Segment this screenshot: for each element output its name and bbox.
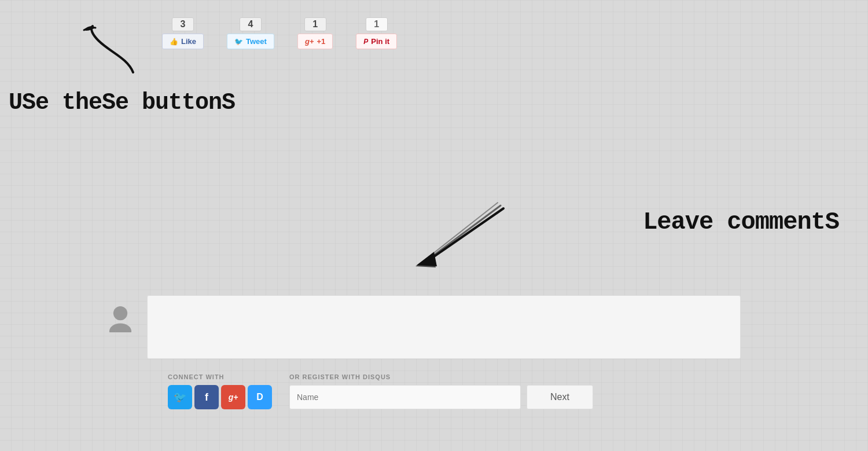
pinterest-widget: 1 P Pin it — [356, 17, 397, 49]
connect-icons-row: 🐦 f g+ D — [168, 385, 272, 409]
user-avatar — [104, 301, 137, 333]
svg-line-0 — [428, 208, 503, 261]
pinterest-button[interactable]: P Pin it — [356, 34, 397, 49]
connect-register-area: CONNECT WITH 🐦 f g+ D OR REGISTER WITH D… — [168, 373, 804, 409]
googleplus-icon: g+ — [305, 37, 314, 46]
facebook-connect-icon: f — [205, 391, 208, 404]
googleplus-button[interactable]: g+ +1 — [297, 34, 333, 49]
connect-google-button[interactable]: g+ — [221, 385, 245, 409]
connect-with-section: CONNECT WITH 🐦 f g+ D — [168, 373, 272, 409]
register-label: OR REGISTER WITH DISQUS — [289, 373, 593, 380]
svg-line-1 — [428, 206, 501, 259]
social-buttons-area: 3 👍 Like 4 🐦 Tweet 1 g+ +1 1 P Pin it — [162, 17, 397, 49]
googleplus-count: 1 — [304, 17, 326, 31]
svg-marker-4 — [415, 253, 436, 267]
twitter-connect-icon: 🐦 — [174, 391, 186, 404]
facebook-like-label: Like — [181, 37, 196, 46]
googleplus-widget: 1 g+ +1 — [297, 17, 333, 49]
next-button[interactable]: Next — [527, 385, 593, 409]
disqus-connect-icon: D — [256, 392, 263, 402]
register-section: OR REGISTER WITH DISQUS Next — [289, 373, 593, 409]
google-connect-icon: g+ — [229, 393, 238, 402]
connect-twitter-button[interactable]: 🐦 — [168, 385, 192, 409]
svg-point-5 — [113, 306, 127, 320]
googleplus-label: +1 — [317, 37, 325, 46]
leave-comments-arrow — [399, 197, 515, 274]
facebook-like-button[interactable]: 👍 Like — [162, 34, 204, 49]
pinterest-icon: P — [363, 38, 368, 46]
twitter-tweet-button[interactable]: 🐦 Tweet — [227, 34, 274, 49]
leave-comments-annotation: Leave commentS — [643, 208, 839, 236]
pinterest-label: Pin it — [371, 37, 389, 46]
facebook-count: 3 — [172, 17, 194, 31]
svg-point-6 — [109, 323, 131, 332]
twitter-widget: 4 🐦 Tweet — [227, 17, 274, 49]
curly-arrow-annotation — [81, 23, 150, 83]
name-input[interactable] — [289, 385, 521, 409]
pinterest-count: 1 — [366, 17, 388, 31]
twitter-icon: 🐦 — [234, 38, 243, 46]
svg-line-2 — [427, 203, 498, 258]
use-buttons-annotation: USe theSe buttonS — [9, 90, 235, 116]
facebook-icon: 👍 — [170, 38, 178, 46]
connect-facebook-button[interactable]: f — [194, 385, 219, 409]
comment-textarea[interactable] — [147, 295, 741, 359]
twitter-tweet-label: Tweet — [246, 37, 267, 46]
register-row: Next — [289, 385, 593, 409]
facebook-widget: 3 👍 Like — [162, 17, 204, 49]
connect-disqus-button[interactable]: D — [248, 385, 272, 409]
comment-section — [104, 295, 741, 359]
connect-with-label: CONNECT WITH — [168, 373, 272, 380]
twitter-count: 4 — [240, 17, 262, 31]
